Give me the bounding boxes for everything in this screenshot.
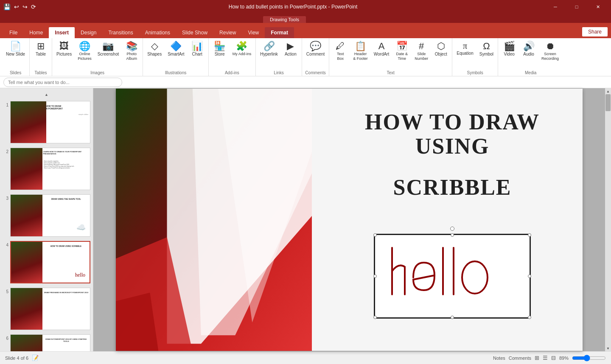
view-normal-icon[interactable]: ⊞ — [535, 355, 539, 361]
handle-tr[interactable] — [528, 233, 531, 237]
rotate-handle[interactable] — [450, 227, 454, 231]
status-left: Slide 4 of 6 📝 — [5, 355, 39, 361]
handle-br[interactable] — [528, 316, 531, 319]
scroll-thumb[interactable] — [605, 94, 611, 111]
handle-tm[interactable] — [451, 233, 454, 237]
slide-thumb-2[interactable]: 2 LEARN HOW TO DRAW IN YOUR POWERPOINT P… — [2, 147, 91, 191]
new-slide-button[interactable]: 📄 New Slide — [3, 40, 28, 59]
handle-bm[interactable] — [451, 316, 454, 319]
tab-transitions[interactable]: Transitions — [102, 27, 139, 38]
audio-icon: 🔊 — [523, 42, 535, 51]
date-time-button[interactable]: 📅 Date &Time — [392, 40, 411, 63]
slide-thumb-6[interactable]: 6 DRAW IN POWERPOINT 2016 BY USING START… — [2, 333, 91, 351]
chart-button[interactable]: 📊 Chart — [188, 40, 207, 59]
vertical-scrollbar: ▲ ▼ — [605, 88, 611, 351]
slide-thumb-3[interactable]: 3 DRAW USING THE SHAPE TOOL ☁️ — [2, 193, 91, 238]
slide-num-1: 1 — [3, 101, 8, 107]
table-button[interactable]: ⊞ Table — [31, 40, 50, 59]
minimize-button[interactable]: ─ — [546, 0, 565, 14]
audio-button[interactable]: 🔊 Audio — [519, 40, 538, 59]
svg-point-6 — [462, 261, 488, 294]
action-icon: ▶ — [287, 42, 294, 51]
view-outline-icon[interactable]: ☰ — [543, 355, 548, 361]
ribbon-group-slides: 📄 New Slide Slides — [2, 38, 30, 76]
handle-mr[interactable] — [528, 274, 531, 278]
notes-icon[interactable]: 📝 — [32, 355, 39, 361]
handle-bl[interactable] — [373, 316, 377, 319]
ribbon-tab-bar: File Home Insert Design Transitions Anim… — [0, 23, 611, 38]
comment-button[interactable]: 💬 Comment — [304, 40, 327, 59]
pictures-button[interactable]: 🖼 Pictures — [54, 40, 74, 59]
scroll-up-button[interactable]: ▲ — [605, 88, 611, 94]
tab-view[interactable]: View — [242, 27, 265, 38]
photo-album-button[interactable]: 📚 PhotoAlbum — [122, 40, 141, 63]
drawing-box[interactable] — [374, 234, 531, 319]
my-addins-button[interactable]: 🧩 My Add-ins — [230, 40, 254, 58]
ribbon-group-images: 🖼 Pictures 🌐 OnlinePictures 📷 Screenshot… — [52, 38, 143, 76]
slide-content: HOW TO DRAW USING SCRIBBLE — [331, 110, 574, 319]
drawing-tools-context-bar: Drawing Tools — [0, 14, 611, 23]
smartart-button[interactable]: 🔷 SmartArt — [165, 40, 187, 59]
symbol-icon: Ω — [483, 42, 490, 51]
hyperlink-button[interactable]: 🔗 Hyperlink — [258, 40, 280, 59]
date-time-icon: 📅 — [396, 42, 408, 51]
ribbon-group-addins: 🏪 Store 🧩 My Add-ins Add-ins — [209, 38, 256, 76]
slide-panel: ▲ 1 HOW TO DRAWIN POWERPOINT simple slid… — [0, 88, 93, 351]
photo-album-icon: 📚 — [126, 42, 137, 51]
hyperlink-icon: 🔗 — [263, 42, 275, 51]
slide-number-button[interactable]: # SlideNumber — [412, 40, 431, 63]
tab-insert[interactable]: Insert — [49, 27, 75, 38]
equation-button[interactable]: π Equation — [454, 40, 476, 58]
screen-recording-button[interactable]: ⏺ ScreenRecording — [539, 40, 561, 63]
shapes-button[interactable]: ◇ Shapes — [145, 40, 164, 59]
store-icon: 🏪 — [214, 42, 225, 51]
scroll-track[interactable] — [605, 94, 611, 345]
tell-me-input[interactable] — [3, 78, 122, 87]
action-button[interactable]: ▶ Action — [281, 40, 300, 59]
drawing-container — [374, 234, 531, 319]
close-button[interactable]: ✕ — [588, 0, 608, 14]
tell-me-bar — [0, 76, 611, 88]
tab-file[interactable]: File — [3, 27, 23, 38]
symbol-button[interactable]: Ω Symbol — [477, 40, 496, 59]
ribbon-group-illustrations: ◇ Shapes 🔷 SmartArt 📊 Chart Illustration… — [143, 38, 208, 76]
slide-title-line2: SCRIBBLE — [331, 175, 574, 199]
object-button[interactable]: ⬡ Object — [432, 40, 450, 59]
tab-slideshow[interactable]: Slide Show — [176, 27, 213, 38]
slide-thumb-5[interactable]: 5 DRAW FREEHAND IN MICROSOFT POWERPOINT … — [2, 287, 91, 331]
slide-panel-scroll-up[interactable]: ▲ — [2, 92, 91, 98]
tab-design[interactable]: Design — [75, 27, 102, 38]
maximize-button[interactable]: □ — [567, 0, 586, 14]
ribbon-group-comments: 💬 Comment Comments — [302, 38, 329, 76]
main-slide: HOW TO DRAW USING SCRIBBLE — [116, 89, 583, 351]
video-button[interactable]: 🎬 Video — [500, 40, 519, 59]
handle-tl[interactable] — [373, 233, 377, 237]
store-button[interactable]: 🏪 Store — [210, 40, 229, 59]
online-pictures-button[interactable]: 🌐 OnlinePictures — [75, 40, 94, 63]
share-button[interactable]: Share — [582, 27, 608, 36]
slide-preview-3: DRAW USING THE SHAPE TOOL ☁️ — [10, 194, 90, 237]
tab-home[interactable]: Home — [23, 27, 49, 38]
my-addins-icon: 🧩 — [236, 42, 247, 51]
slide-thumb-1[interactable]: 1 HOW TO DRAWIN POWERPOINT simple slides — [2, 100, 91, 144]
view-grid-icon[interactable]: ⊟ — [551, 355, 556, 361]
scroll-down-button[interactable]: ▼ — [605, 345, 611, 351]
ribbon-group-symbols: π Equation Ω Symbol Symbols — [452, 38, 498, 76]
slide-thumb-4[interactable]: 4 HOW TO DRAW USING SCRIBBLE hello — [2, 240, 91, 284]
tab-review[interactable]: Review — [213, 27, 242, 38]
wordart-button[interactable]: A WordArt — [371, 40, 392, 59]
notes-button[interactable]: Notes — [493, 356, 505, 361]
text-box-button[interactable]: 🖊 TextBox — [331, 40, 350, 63]
window-buttons[interactable]: ─ □ ✕ — [546, 0, 608, 14]
table-icon: ⊞ — [37, 42, 45, 51]
screen-recording-icon: ⏺ — [546, 42, 555, 51]
header-footer-button[interactable]: 📋 Header& Footer — [350, 40, 370, 63]
zoom-slider[interactable] — [572, 355, 606, 361]
comments-button[interactable]: Comments — [509, 356, 531, 361]
slide-num-2: 2 — [3, 148, 8, 154]
tab-format[interactable]: Format — [265, 27, 294, 38]
slide-info: Slide 4 of 6 — [5, 356, 28, 361]
tab-animations[interactable]: Animations — [139, 27, 176, 38]
handle-ml[interactable] — [373, 274, 377, 278]
screenshot-button[interactable]: 📷 Screenshot — [95, 40, 122, 59]
